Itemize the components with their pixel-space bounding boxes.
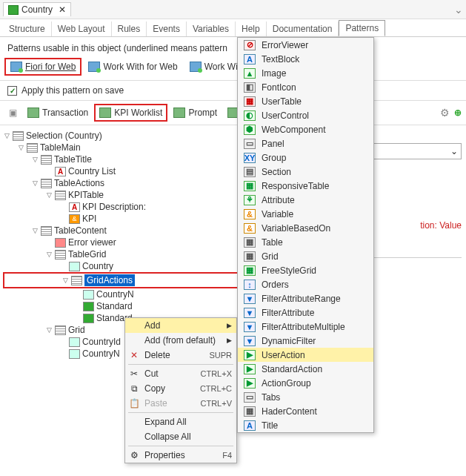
cm-delete[interactable]: ✕DeleteSUPR — [125, 348, 236, 363]
tab-variables[interactable]: Variables — [187, 22, 236, 36]
btn-transaction[interactable]: Transaction — [23, 105, 93, 121]
context-menu: Add▶ Add (from default)▶ ✕DeleteSUPR ✂Cu… — [124, 317, 237, 463]
tab-structure[interactable]: Structure — [3, 22, 52, 36]
insert-label: FilterAttributeMultiple — [262, 322, 345, 332]
node-tableactions[interactable]: TableActions — [54, 178, 104, 188]
insert-vb[interactable]: &VariableBasedOn — [238, 221, 373, 235]
insert-uc[interactable]: ◐UserControl — [238, 108, 373, 122]
gear-icon[interactable]: ⚙ — [440, 107, 450, 119]
tab-documentation[interactable]: Documentation — [267, 22, 339, 36]
insert-tabs[interactable]: ▭Tabs — [238, 390, 373, 404]
or-icon: ↕ — [244, 280, 256, 290]
insert-sa[interactable]: ▶StandardAction — [238, 362, 373, 376]
insert-gp[interactable]: XYGroup — [238, 151, 373, 165]
error-icon — [55, 238, 66, 248]
patterns-description: Patterns usable in this object (underlin… — [0, 37, 466, 56]
ua-icon: ▶ — [244, 350, 256, 360]
node-selection[interactable]: Selection (Country) — [26, 130, 102, 141]
node-tablemain[interactable]: TableMain — [40, 142, 81, 153]
node-errorviewer[interactable]: Error viewer — [68, 237, 116, 248]
node-grid[interactable]: Grid — [68, 325, 85, 335]
grid-icon — [13, 131, 24, 141]
insert-ag[interactable]: ▶ActionGroup — [238, 376, 373, 390]
node-standard[interactable]: Standard — [96, 301, 133, 311]
cm-cut[interactable]: ✂CutCTRL+X — [125, 366, 236, 381]
cm-collapse-all[interactable]: Collapse All — [125, 429, 236, 444]
hc-icon: ▦ — [244, 406, 256, 417]
chevron-down-icon[interactable]: ⌄ — [454, 4, 463, 16]
cm-add[interactable]: Add▶ — [125, 318, 236, 333]
insert-df[interactable]: ▼DynamicFilter — [238, 334, 373, 348]
cm-copy[interactable]: ⧉CopyCTRL+C — [125, 381, 236, 396]
insert-im[interactable]: ▲Image — [238, 66, 373, 80]
copy-icon: ⧉ — [129, 383, 139, 394]
btn-collapse[interactable]: ▣ — [4, 105, 21, 121]
node-country[interactable]: Country — [82, 261, 113, 271]
grid-icon — [55, 325, 66, 335]
insert-hc[interactable]: ▦HaderContent — [238, 404, 373, 418]
apply-checkbox[interactable]: ✓ — [7, 86, 17, 96]
node-countryn[interactable]: CountryN — [96, 289, 134, 300]
document-tab[interactable]: Country ✕ — [3, 2, 71, 16]
tab-help[interactable]: Help — [236, 22, 267, 36]
node-kpi[interactable]: KPI — [82, 214, 96, 224]
attr-icon — [69, 337, 80, 347]
insert-label: Section — [262, 167, 291, 177]
pattern-fiori-for-web[interactable]: Fiori for Web — [4, 58, 81, 76]
attr-icon — [83, 290, 94, 300]
cm-properties[interactable]: ⚙PropertiesF4 — [125, 448, 236, 463]
insert-pn[interactable]: ▭Panel — [238, 136, 373, 151]
insert-gr[interactable]: ▦Grid — [238, 249, 373, 263]
pattern-work-with-for-web[interactable]: Work With for Web — [83, 59, 182, 75]
grid-icon — [71, 276, 82, 285]
node-kpidesc[interactable]: KPI Description: — [82, 202, 146, 212]
close-icon[interactable]: ✕ — [59, 4, 66, 15]
node-countryn2[interactable]: CountryN — [82, 348, 120, 359]
insert-label: Variable — [262, 209, 293, 219]
paste-icon: 📋 — [129, 398, 139, 409]
insert-fa[interactable]: ▼FilterAttribute — [238, 305, 373, 320]
insert-wc[interactable]: ⬢WebComponent — [238, 122, 373, 136]
insert-ev[interactable]: ⊘ErrorViewer — [238, 38, 373, 52]
transaction-icon — [27, 108, 39, 118]
insert-or[interactable]: ↕Orders — [238, 277, 373, 291]
insert-at[interactable]: ⚘Attribute — [238, 193, 373, 207]
insert-fm[interactable]: ▼FilterAttributeMultiple — [238, 320, 373, 334]
insert-rt[interactable]: ▦ResponsiveTable — [238, 179, 373, 193]
insert-label: WebComponent — [262, 125, 326, 135]
node-tablegrid[interactable]: TableGrid — [68, 249, 106, 260]
apply-label: Apply this pattern on save — [21, 85, 124, 96]
tab-weblayout[interactable]: Web Layout — [52, 22, 112, 36]
insert-fr[interactable]: ▼FilterAttributeRange — [238, 291, 373, 305]
insert-ua[interactable]: ▶UserAction — [238, 348, 373, 362]
text-icon: A — [55, 167, 66, 176]
insert-fi[interactable]: ◧FontIcon — [238, 80, 373, 94]
grid-icon — [27, 143, 38, 153]
cm-expand-all[interactable]: Expand All — [125, 414, 236, 429]
insert-sc[interactable]: ▤Section — [238, 165, 373, 179]
insert-ta[interactable]: ▦Table — [238, 235, 373, 249]
tab-events[interactable]: Events — [147, 22, 187, 36]
cut-icon: ✂ — [129, 368, 139, 379]
insert-ut[interactable]: ▦UserTable — [238, 94, 373, 108]
sc-icon: ▤ — [244, 167, 256, 177]
tab-patterns[interactable]: Patterns — [339, 20, 385, 36]
node-gridactions[interactable]: GridActions — [84, 274, 135, 286]
insert-label: StandardAction — [262, 364, 322, 374]
tab-rules[interactable]: Rules — [112, 22, 147, 36]
insert-va[interactable]: &Variable — [238, 207, 373, 221]
grid-icon — [55, 250, 66, 260]
node-countrylist[interactable]: Country List — [68, 166, 116, 176]
node-tablecontent[interactable]: TableContent — [54, 225, 107, 236]
insert-fg[interactable]: ▦FreeStyleGrid — [238, 263, 373, 277]
btn-kpi-worklist[interactable]: KPI Worklist — [94, 104, 167, 122]
btn-prompt[interactable]: Prompt — [169, 105, 222, 121]
node-countryid[interactable]: CountryId — [82, 337, 121, 347]
cm-add-default[interactable]: Add (from default)▶ — [125, 333, 236, 348]
node-tabletitle[interactable]: TableTitle — [54, 154, 92, 165]
node-kpitable[interactable]: KPITable — [68, 190, 104, 200]
insert-tb[interactable]: ATextBlock — [238, 52, 373, 66]
insert-label: ActionGroup — [262, 378, 311, 389]
add-icon[interactable]: ⊕ — [454, 108, 462, 118]
insert-ti[interactable]: ATitle — [238, 418, 373, 432]
